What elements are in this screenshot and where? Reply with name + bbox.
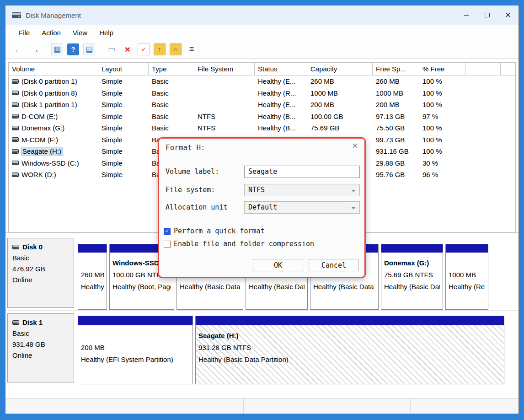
partition-efi-260mb[interactable]: 260 MB Healthy (EFI System Partition) bbox=[78, 244, 107, 310]
volume-table-row[interactable]: (Disk 0 partition 8) Simple Basic Health… bbox=[9, 87, 515, 99]
cell-file-system bbox=[194, 75, 255, 87]
properties-icon[interactable]: ≡ bbox=[186, 43, 198, 55]
dialog-close-icon[interactable]: × bbox=[352, 140, 358, 151]
cell-free-space: 260 MB bbox=[373, 75, 419, 87]
partition-title bbox=[449, 257, 485, 269]
cell-pct-free: 97 % bbox=[419, 111, 465, 123]
cell-status: Healthy (E... bbox=[255, 75, 307, 87]
partition-status: Healthy (Basic Data Partition) bbox=[249, 281, 305, 293]
file-system-value: NTFS bbox=[248, 186, 265, 194]
volume-table-row[interactable]: (Disk 0 partition 1) Simple Basic Health… bbox=[9, 75, 515, 87]
partition-size: 260 MB bbox=[81, 269, 104, 281]
status-divider bbox=[243, 398, 244, 414]
partition-status: Healthy (Basic Data Partition) bbox=[180, 281, 240, 293]
menu-file[interactable]: File bbox=[13, 27, 36, 38]
detail-pane-icon[interactable]: ▤ bbox=[83, 43, 95, 55]
column-header-volume[interactable]: Volume bbox=[9, 63, 98, 75]
cell-pct-free: 100 % bbox=[419, 87, 465, 99]
close-button[interactable] bbox=[497, 5, 519, 25]
back-icon[interactable]: ← bbox=[13, 43, 25, 55]
menu-help[interactable]: Help bbox=[93, 27, 119, 38]
cell-capacity: 100.00 GB bbox=[307, 111, 373, 123]
allocation-unit-label: Allocation unit bbox=[166, 203, 244, 211]
partition-size: 1000 MB bbox=[449, 269, 485, 281]
cell-layout: Simple bbox=[98, 169, 149, 181]
partition-donemax-g[interactable]: Donemax (G:) 75.69 GB NTFS Healthy (Basi… bbox=[381, 244, 443, 310]
volume-name: (Disk 0 partition 1) bbox=[21, 77, 77, 85]
check-volume-icon[interactable]: ✓ bbox=[138, 43, 150, 55]
cell-type: Basic bbox=[149, 75, 194, 87]
cell-free-space: 200 MB bbox=[373, 99, 419, 111]
maximize-button[interactable] bbox=[476, 5, 497, 25]
partition-header-bar bbox=[196, 316, 504, 325]
disk-1-row: Disk 1 Basic 931.48 GB Online 200 MB Hea… bbox=[7, 312, 515, 384]
volume-table-row[interactable]: D-COM (E:) Simple Basic NTFS Healthy (B.… bbox=[9, 111, 515, 123]
cancel-button[interactable]: Cancel bbox=[309, 259, 359, 271]
ok-button[interactable]: OK bbox=[253, 259, 303, 271]
cell-status: Healthy (R... bbox=[255, 87, 307, 99]
window-title: Disk Management bbox=[26, 11, 81, 19]
cell-free-space: 75.50 GB bbox=[373, 122, 419, 134]
checkbox-checked-icon bbox=[164, 228, 171, 235]
cell-pct-free: 100 % bbox=[419, 145, 465, 157]
action-pane-icon[interactable]: ▭ bbox=[106, 43, 118, 55]
browse-icon[interactable]: ○ bbox=[170, 43, 182, 55]
help-icon[interactable]: ? bbox=[67, 43, 79, 55]
column-header-type[interactable]: Type bbox=[149, 63, 194, 75]
menu-bar: File Action View Help bbox=[5, 25, 519, 40]
disk-icon bbox=[12, 245, 19, 249]
volume-name: Donemax (G:) bbox=[21, 124, 64, 132]
chevron-down-icon bbox=[352, 190, 355, 192]
volume-name: M-COM (F:) bbox=[21, 136, 58, 144]
partition-seagate-h[interactable]: Seagate (H:) 931.28 GB NTFS Healthy (Bas… bbox=[195, 316, 504, 384]
allocation-unit-select[interactable]: Default bbox=[244, 201, 360, 214]
volume-label-input[interactable] bbox=[244, 166, 360, 178]
delete-volume-icon[interactable]: × bbox=[122, 43, 134, 55]
volume-table-row[interactable]: (Disk 1 partition 1) Simple Basic Health… bbox=[9, 99, 515, 111]
column-header-capacity[interactable]: Capacity bbox=[307, 63, 373, 75]
partition-header-bar bbox=[78, 316, 192, 325]
cell-layout: Simple bbox=[98, 75, 149, 87]
quick-format-checkbox[interactable]: Perform a quick format bbox=[164, 226, 265, 236]
compression-checkbox[interactable]: Enable file and folder compression bbox=[164, 239, 314, 248]
cell-type: Basic bbox=[149, 122, 194, 134]
disk-type: Basic bbox=[12, 253, 74, 264]
header-filler bbox=[501, 63, 515, 75]
menu-action[interactable]: Action bbox=[36, 27, 67, 38]
volume-table-row[interactable]: Donemax (G:) Simple Basic NTFS Healthy (… bbox=[9, 122, 515, 134]
partition-efi-200mb[interactable]: 200 MB Healthy (EFI System Partition) bbox=[78, 316, 193, 384]
cell-free-space: 29.88 GB bbox=[373, 157, 419, 169]
minimize-button[interactable] bbox=[455, 5, 476, 25]
partition-recovery-1000mb[interactable]: 1000 MB Healthy (Recovery Partition) bbox=[445, 244, 488, 310]
disk-1-info[interactable]: Disk 1 Basic 931.48 GB Online bbox=[7, 313, 74, 382]
disk-size: 931.48 GB bbox=[12, 339, 74, 350]
partition-status: Healthy (EFI System Partition) bbox=[81, 354, 190, 366]
cell-pct-free: 100 % bbox=[419, 122, 465, 134]
column-header-pct-free[interactable]: % Free bbox=[419, 63, 465, 75]
column-header-layout[interactable]: Layout bbox=[98, 63, 149, 75]
cell-capacity: 1000 MB bbox=[307, 87, 373, 99]
move-up-icon[interactable]: ↑ bbox=[154, 43, 166, 55]
partition-size: 931.28 GB NTFS bbox=[198, 342, 501, 354]
menu-view[interactable]: View bbox=[67, 27, 93, 38]
quick-format-label: Perform a quick format bbox=[174, 227, 265, 235]
status-bar bbox=[5, 398, 519, 414]
disk-0-info[interactable]: Disk 0 Basic 476.92 GB Online bbox=[7, 238, 74, 308]
partition-status: Healthy (Boot, Page File, Crash Dump, Ba… bbox=[112, 281, 171, 293]
status-divider bbox=[410, 398, 411, 414]
volume-name: D-COM (E:) bbox=[21, 113, 58, 120]
volume-icon bbox=[12, 126, 19, 130]
forward-icon[interactable]: → bbox=[29, 43, 41, 55]
console-window-icon[interactable]: ▦ bbox=[51, 43, 63, 55]
partition-header-bar bbox=[446, 244, 488, 253]
cell-file-system: NTFS bbox=[194, 122, 255, 134]
volume-icon bbox=[12, 102, 19, 107]
file-system-label: File system: bbox=[166, 186, 244, 194]
file-system-select[interactable]: NTFS bbox=[244, 184, 360, 196]
cell-free-space: 97.13 GB bbox=[373, 111, 419, 123]
volume-icon bbox=[12, 172, 19, 177]
column-header-free-space[interactable]: Free Sp... bbox=[373, 63, 419, 75]
column-header-file-system[interactable]: File System bbox=[194, 63, 255, 75]
column-header-status[interactable]: Status bbox=[255, 63, 307, 75]
disk-name: Disk 1 bbox=[22, 317, 43, 328]
